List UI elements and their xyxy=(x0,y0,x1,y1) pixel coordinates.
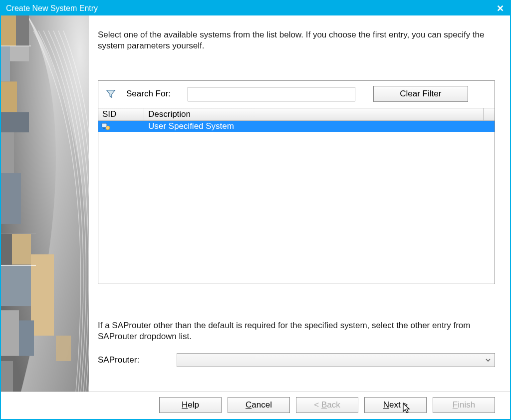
filter-bar: Search For: Clear Filter xyxy=(98,81,495,108)
column-header-sid[interactable]: SID xyxy=(98,108,144,120)
svg-rect-3 xyxy=(1,46,10,81)
finish-label-rest: inish xyxy=(458,400,475,410)
svg-rect-8 xyxy=(1,173,21,224)
next-button[interactable]: Next > xyxy=(364,397,427,413)
svg-rect-2 xyxy=(16,15,29,46)
dialog-body: Select one of the available systems from… xyxy=(1,15,510,392)
saprouter-note: If a SAProuter other than the default is… xyxy=(98,320,495,342)
dialog-window: Create New System Entry ✕ xyxy=(0,0,511,420)
next-label-rest: ext > xyxy=(389,400,408,410)
wizard-sidebar-image xyxy=(1,15,89,392)
cancel-label-rest: ancel xyxy=(252,400,272,410)
clear-filter-button[interactable]: Clear Filter xyxy=(373,86,468,102)
svg-rect-1 xyxy=(1,15,16,46)
svg-rect-15 xyxy=(56,336,71,361)
table-row[interactable]: User Specified System xyxy=(98,121,495,132)
close-icon[interactable]: ✕ xyxy=(497,4,504,13)
saprouter-row: SAProuter: xyxy=(98,353,495,367)
filter-icon xyxy=(105,88,116,99)
cell-sid xyxy=(98,122,144,131)
svg-rect-14 xyxy=(19,321,34,356)
svg-rect-9 xyxy=(1,234,12,265)
column-header-spacer xyxy=(484,108,495,120)
window-title: Create New System Entry xyxy=(6,4,98,13)
svg-rect-13 xyxy=(1,310,19,356)
search-label: Search For: xyxy=(126,89,171,99)
back-button: < Back xyxy=(296,397,358,413)
svg-rect-16 xyxy=(1,361,13,392)
system-list-panel: Search For: Clear Filter SID Description xyxy=(98,80,495,284)
back-label-rest: ack xyxy=(327,400,340,410)
cancel-button[interactable]: Cancel xyxy=(228,397,290,413)
back-lt: < xyxy=(314,400,321,410)
table-header: SID Description xyxy=(98,108,495,121)
search-input[interactable] xyxy=(188,87,355,101)
svg-rect-12 xyxy=(1,266,31,306)
wizard-button-bar: Help Cancel < Back Next > Finish xyxy=(1,392,510,419)
svg-point-22 xyxy=(106,126,110,130)
svg-rect-5 xyxy=(1,81,17,112)
saprouter-dropdown[interactable] xyxy=(177,353,495,367)
svg-rect-11 xyxy=(31,254,54,336)
cell-description: User Specified System xyxy=(144,121,495,131)
system-icon xyxy=(101,122,110,131)
svg-rect-7 xyxy=(1,132,14,173)
help-button[interactable]: Help xyxy=(159,397,222,413)
svg-rect-21 xyxy=(103,128,105,129)
finish-button: Finish xyxy=(433,397,495,413)
help-label-rest: elp xyxy=(188,400,199,410)
svg-rect-10 xyxy=(12,234,31,265)
table-body[interactable]: User Specified System xyxy=(98,121,495,284)
svg-rect-6 xyxy=(1,112,29,132)
column-header-description[interactable]: Description xyxy=(144,108,484,120)
title-bar: Create New System Entry ✕ xyxy=(1,1,510,15)
saprouter-label: SAProuter: xyxy=(98,355,177,365)
svg-rect-4 xyxy=(10,46,29,61)
wizard-main: Select one of the available systems from… xyxy=(89,15,510,392)
chevron-down-icon xyxy=(485,357,492,364)
instruction-text: Select one of the available systems from… xyxy=(98,29,495,51)
